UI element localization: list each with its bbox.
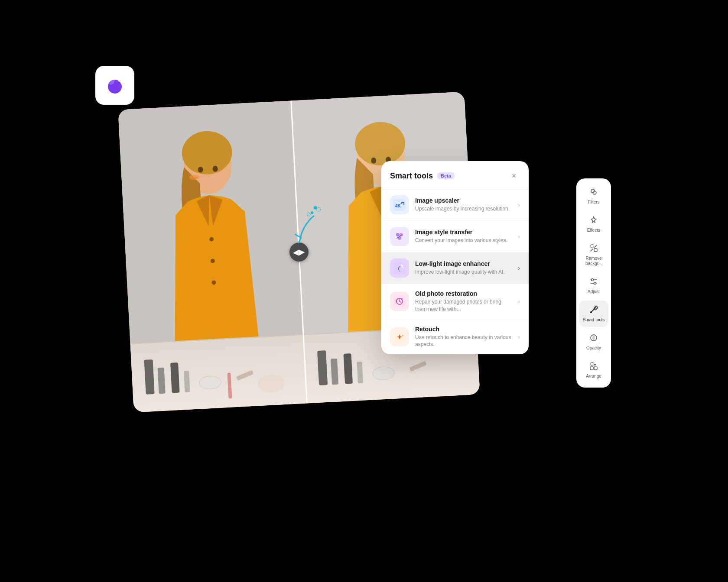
remove-bg-label: Remove backgr... xyxy=(582,256,605,266)
style-transfer-chevron-icon: › xyxy=(518,233,520,240)
svg-rect-20 xyxy=(227,373,232,399)
restoration-desc: Repair your damaged photos or bring them… xyxy=(415,298,512,313)
svg-rect-70 xyxy=(590,367,593,370)
svg-rect-17 xyxy=(170,362,180,393)
panel-header: Smart tools Beta × xyxy=(381,161,529,189)
retouch-icon xyxy=(390,327,409,346)
svg-rect-60 xyxy=(590,245,593,248)
lowlight-name: Low-light image enhancer xyxy=(415,260,512,267)
svg-rect-50 xyxy=(393,262,406,274)
filters-icon xyxy=(589,187,598,198)
svg-rect-68 xyxy=(590,362,593,365)
scene: ◀▶ Smart tools Beta × xyxy=(104,74,624,508)
svg-rect-33 xyxy=(317,350,328,385)
effects-icon xyxy=(589,215,598,226)
svg-point-3 xyxy=(116,78,118,79)
sidebar-tool-effects[interactable]: Effects xyxy=(579,211,608,237)
remove-bg-icon xyxy=(589,243,598,254)
style-transfer-text: Image style transfer Convert your images… xyxy=(415,229,512,244)
sidebar-tool-arrange[interactable]: Arrange xyxy=(579,357,608,383)
svg-rect-36 xyxy=(357,362,363,384)
close-button[interactable]: × xyxy=(508,170,520,182)
svg-point-47 xyxy=(396,233,400,236)
adjust-label: Adjust xyxy=(588,289,600,294)
restoration-icon: C xyxy=(390,292,409,311)
svg-rect-38 xyxy=(409,361,427,372)
svg-point-2 xyxy=(118,79,121,82)
svg-point-19 xyxy=(199,375,222,390)
opacity-icon xyxy=(589,333,598,344)
image-left-half xyxy=(118,100,307,412)
svg-point-4 xyxy=(120,82,122,84)
app-logo xyxy=(95,66,134,105)
lowlight-icon xyxy=(390,259,409,278)
right-sidebar: Filters Effects Remove backgr... xyxy=(576,178,611,388)
upscaler-chevron-icon: › xyxy=(518,201,520,208)
panel-title-group: Smart tools Beta xyxy=(390,171,455,181)
sidebar-tool-smart-tools[interactable]: Smart tools xyxy=(579,301,608,327)
sidebar-tool-filters[interactable]: Filters xyxy=(579,183,608,209)
smart-tools-panel: Smart tools Beta × 4K Image upscaler Ups… xyxy=(381,161,529,354)
arrange-icon xyxy=(589,361,598,372)
restoration-text: Old photo restoration Repair your damage… xyxy=(415,290,512,313)
filters-label: Filters xyxy=(588,200,599,205)
opacity-label: Opacity xyxy=(586,346,601,351)
smart-tools-icon xyxy=(589,305,598,316)
svg-rect-21 xyxy=(236,370,254,381)
retouch-name: Retouch xyxy=(415,326,512,333)
lowlight-desc: Improve low-light image quality with AI. xyxy=(415,268,512,276)
smart-tools-label: Smart tools xyxy=(583,317,605,323)
lowlight-chevron-icon: › xyxy=(518,265,520,272)
svg-text:4K: 4K xyxy=(395,204,401,208)
retouch-desc: Use retouch to enhance beauty in various… xyxy=(415,334,512,349)
svg-text:C: C xyxy=(401,297,403,301)
svg-point-65 xyxy=(594,282,596,285)
sidebar-tool-opacity[interactable]: Opacity xyxy=(579,329,608,355)
svg-rect-71 xyxy=(594,367,597,370)
style-transfer-icon xyxy=(390,227,409,246)
svg-point-37 xyxy=(372,366,395,381)
panel-title: Smart tools xyxy=(390,171,433,181)
adjust-icon xyxy=(589,277,598,288)
beta-badge: Beta xyxy=(437,172,455,179)
split-arrows-icon: ◀▶ xyxy=(293,248,306,256)
svg-point-53 xyxy=(403,267,404,268)
sidebar-tool-remove-bg[interactable]: Remove backgr... xyxy=(579,239,608,271)
tool-item-lowlight[interactable]: Low-light image enhancer Improve low-lig… xyxy=(381,252,529,284)
svg-rect-18 xyxy=(184,371,190,393)
arrange-label: Arrange xyxy=(586,374,601,379)
svg-rect-15 xyxy=(144,359,155,394)
svg-rect-35 xyxy=(343,353,353,384)
svg-point-52 xyxy=(401,265,402,266)
upscaler-text: Image upscaler Upscale images by increas… xyxy=(415,197,512,213)
tool-item-restoration[interactable]: C Old photo restoration Repair your dama… xyxy=(381,284,529,320)
restoration-name: Old photo restoration xyxy=(415,290,512,297)
effects-label: Effects xyxy=(587,228,600,233)
svg-point-69 xyxy=(594,364,596,365)
upscaler-icon: 4K xyxy=(390,195,409,214)
retouch-chevron-icon: › xyxy=(518,333,520,340)
style-transfer-name: Image style transfer xyxy=(415,229,512,236)
style-transfer-desc: Convert your images into various styles. xyxy=(415,237,512,244)
restoration-chevron-icon: › xyxy=(518,298,520,305)
svg-point-63 xyxy=(592,279,594,281)
lowlight-text: Low-light image enhancer Improve low-lig… xyxy=(415,260,512,276)
tool-item-style-transfer[interactable]: Image style transfer Convert your images… xyxy=(381,221,529,252)
tool-item-retouch[interactable]: Retouch Use retouch to enhance beauty in… xyxy=(381,320,529,355)
svg-point-67 xyxy=(590,311,592,313)
upscaler-name: Image upscaler xyxy=(415,197,512,204)
svg-point-22 xyxy=(258,374,285,393)
upscaler-desc: Upscale images by increasing resolution. xyxy=(415,205,512,213)
svg-rect-34 xyxy=(331,359,338,385)
svg-rect-16 xyxy=(158,368,166,394)
svg-rect-61 xyxy=(594,249,597,252)
retouch-text: Retouch Use retouch to enhance beauty in… xyxy=(415,326,512,349)
tool-item-upscaler[interactable]: 4K Image upscaler Upscale images by incr… xyxy=(381,189,529,221)
sidebar-tool-adjust[interactable]: Adjust xyxy=(579,272,608,299)
